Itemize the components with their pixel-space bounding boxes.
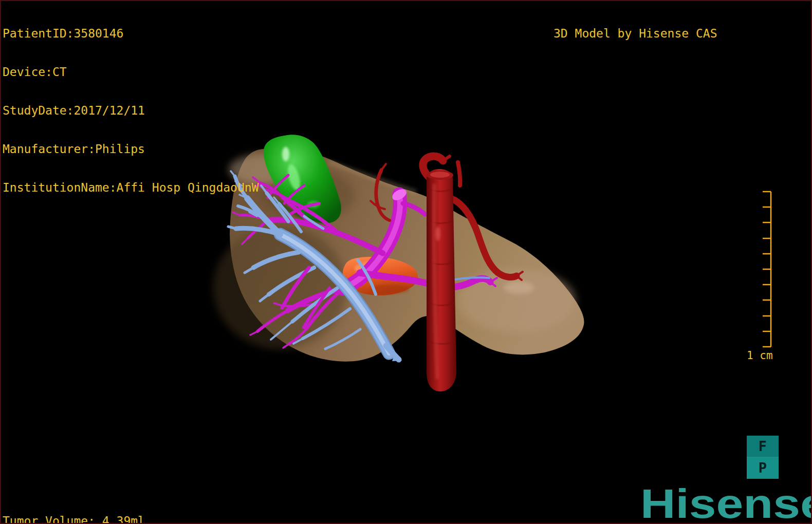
volume-info-overlay: Tumor Volume: 4.39ml Liver Volume: 1451m…	[3, 489, 145, 524]
orientation-marker: F P	[747, 436, 779, 479]
patient-info-overlay: PatientID:3580146 Device:CT StudyDate:20…	[3, 2, 259, 220]
institution-line: InstitutionName:Affi Hosp QingdaoUnW	[3, 181, 259, 194]
scale-bar: 1 cm	[747, 192, 773, 362]
app-credit-text: 3D Model by Hisense CAS	[553, 27, 717, 40]
tumor-volume-line: Tumor Volume: 4.39ml	[3, 515, 145, 524]
device-line: Device:CT	[3, 66, 259, 79]
study-date-line: StudyDate:2017/12/11	[3, 104, 259, 117]
liver-body	[213, 149, 584, 362]
scale-bar-label: 1 cm	[747, 349, 773, 362]
viewer-screen: 1 cm PatientID:3580146 Device:CT StudyDa…	[0, 0, 812, 524]
orientation-bottom-label: P	[747, 457, 779, 479]
aorta	[427, 169, 456, 391]
hisense-logo: Hisense	[640, 483, 812, 524]
orientation-top-label: F	[747, 436, 779, 457]
patient-id-line: PatientID:3580146	[3, 27, 259, 40]
app-credit-overlay: 3D Model by Hisense CAS	[553, 2, 717, 66]
manufacturer-line: Manufacturer:Philips	[3, 143, 259, 156]
